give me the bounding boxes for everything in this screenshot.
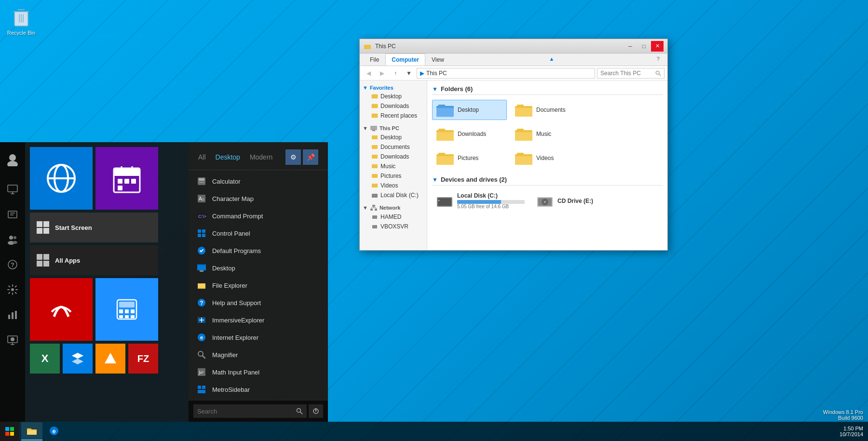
tile-start-screen[interactable]: Start Screen xyxy=(30,213,158,242)
folder-item-pictures[interactable]: Pictures xyxy=(432,148,507,168)
tile-calc-blue[interactable] xyxy=(95,278,158,341)
nav-hamed[interactable]: HAMED xyxy=(360,212,427,222)
taskbar-clock[interactable]: 1:50 PM 10/7/2014 xyxy=(840,422,863,441)
app-item-default-programs[interactable]: Default Programs xyxy=(189,242,328,259)
svg-rect-98 xyxy=(372,194,378,198)
tile-dropbox[interactable] xyxy=(63,344,93,374)
taskbar-item-explorer[interactable] xyxy=(21,422,42,441)
clock-date: 10/7/2014 xyxy=(840,431,863,437)
app-item-control-panel[interactable]: Control Panel xyxy=(189,225,328,242)
nav-pc-localdisk[interactable]: Local Disk (C:) xyxy=(360,190,427,200)
drives-arrow[interactable]: ▼ xyxy=(432,176,438,183)
app-item-character-map[interactable]: A Ω Character Map xyxy=(189,190,328,207)
settings-action[interactable]: ⚙ xyxy=(285,149,301,165)
tab-all[interactable]: All xyxy=(198,153,206,161)
folder-item-documents[interactable]: Documents xyxy=(511,100,585,120)
sidebar-user-icon[interactable] xyxy=(0,147,25,172)
nav-pc-docs[interactable]: Documents xyxy=(360,142,427,152)
recent-locations-button[interactable]: ▼ xyxy=(403,67,415,79)
math-input-icon: ∫x² xyxy=(196,366,207,378)
drive-item-c[interactable]: Local Disk (C:) 5.05 GB free of 14.6 GB xyxy=(432,190,529,211)
sidebar-files-icon[interactable] xyxy=(0,202,25,227)
svg-line-90 xyxy=(300,412,303,414)
nav-pc-desktop[interactable]: Desktop xyxy=(360,133,427,142)
svg-rect-28 xyxy=(43,221,49,227)
search-button[interactable] xyxy=(292,404,307,418)
nav-recent-places[interactable]: Recent places xyxy=(360,111,427,120)
explorer-search-input[interactable] xyxy=(600,70,653,77)
back-button[interactable]: ◀ xyxy=(363,67,374,79)
sidebar-chart-icon[interactable] xyxy=(0,302,25,327)
close-button[interactable]: ✕ xyxy=(651,41,664,52)
app-item-calculator[interactable]: Calculator xyxy=(189,173,328,190)
nav-pc-downloads[interactable]: Downloads xyxy=(360,152,427,161)
nav-downloads[interactable]: Downloads xyxy=(360,101,427,111)
sidebar-support-icon[interactable]: ? xyxy=(0,252,25,277)
app-item-immersive[interactable]: ImmersiveExplorer xyxy=(189,311,328,329)
nav-vboxsvr[interactable]: VBOXSVR xyxy=(360,222,427,231)
app-item-ie[interactable]: e Internet Explorer xyxy=(189,329,328,346)
drive-item-e[interactable]: CD Drive (E:) xyxy=(532,190,629,211)
pin-action[interactable]: 📌 xyxy=(303,149,318,165)
sidebar-settings-icon[interactable] xyxy=(0,277,25,302)
tile-all-apps[interactable]: All Apps xyxy=(30,245,158,275)
svg-rect-32 xyxy=(43,254,49,260)
up-button[interactable]: ↑ xyxy=(390,67,401,79)
app-item-metrosidebar[interactable]: MetroSidebar xyxy=(189,381,328,398)
tile-internet-explorer[interactable] xyxy=(30,147,93,210)
svg-rect-14 xyxy=(15,311,17,319)
nav-pc-music[interactable]: Music xyxy=(360,161,427,171)
tab-desktop[interactable]: Desktop xyxy=(216,153,240,161)
forward-button[interactable]: ▶ xyxy=(376,67,388,79)
nav-pc-videos[interactable]: Videos xyxy=(360,181,427,190)
folders-arrow[interactable]: ▼ xyxy=(432,86,438,93)
maximize-button[interactable]: □ xyxy=(637,41,650,52)
svg-rect-100 xyxy=(370,209,373,211)
svg-rect-12 xyxy=(8,315,10,319)
svg-rect-101 xyxy=(375,209,377,211)
tile-calendar[interactable] xyxy=(95,147,158,210)
svg-rect-102 xyxy=(372,215,377,219)
app-item-math-input[interactable]: ∫x² Math Input Panel xyxy=(189,363,328,381)
ribbon-expand[interactable]: ▲ xyxy=(545,53,558,66)
app-item-magnifier[interactable]: Magnifier xyxy=(189,346,328,363)
app-item-command-prompt[interactable]: C:\> Command Prompt xyxy=(189,207,328,225)
app-item-desktop[interactable]: Desktop xyxy=(189,259,328,277)
svg-rect-36 xyxy=(119,302,135,307)
nav-pc-pictures[interactable]: Pictures xyxy=(360,171,427,181)
recycle-bin-label: Recycle Bin xyxy=(7,30,35,36)
minimize-button[interactable]: ─ xyxy=(624,41,637,52)
folder-item-desktop[interactable]: Desktop xyxy=(432,100,507,120)
tab-modern[interactable]: Modern xyxy=(250,153,272,161)
svg-rect-122 xyxy=(517,153,524,155)
folder-item-videos[interactable]: Videos xyxy=(511,148,585,168)
ribbon-tab-view[interactable]: View xyxy=(425,53,450,66)
tile-excel[interactable]: X xyxy=(30,344,60,374)
drive-e-info: CD Drive (E:) xyxy=(557,198,625,204)
ribbon-tab-computer[interactable]: Computer xyxy=(385,53,425,66)
recycle-bin[interactable]: Recycle Bin xyxy=(7,5,35,36)
sidebar-display-icon[interactable] xyxy=(0,327,25,352)
search-input[interactable] xyxy=(193,404,292,418)
folder-item-downloads[interactable]: Downloads xyxy=(432,124,507,144)
svg-point-7 xyxy=(14,236,16,239)
window-titlebar: This PC ─ □ ✕ xyxy=(360,39,667,53)
help-icon[interactable]: ? xyxy=(653,53,664,66)
app-item-help-support[interactable]: ? Help and Support xyxy=(189,294,328,311)
taskbar-start-button[interactable] xyxy=(0,422,19,441)
window-body: ▼ Favorites Desktop Downloads Recent pla… xyxy=(360,80,667,250)
tile-vlc[interactable] xyxy=(95,344,125,374)
ribbon-tab-file[interactable]: File xyxy=(364,53,385,66)
address-path[interactable]: ▶ This PC xyxy=(417,68,595,79)
tile-acrobat[interactable] xyxy=(30,278,93,341)
sidebar-people-icon[interactable] xyxy=(0,227,25,252)
tile-filezilla[interactable]: FZ xyxy=(128,344,158,374)
svg-text:e: e xyxy=(200,334,203,340)
nav-desktop[interactable]: Desktop xyxy=(360,92,427,101)
app-item-file-explorer[interactable]: File Explorer xyxy=(189,277,328,294)
pc-downloads-icon xyxy=(371,154,378,160)
taskbar-item-ie[interactable]: e xyxy=(43,422,65,441)
folder-item-music[interactable]: Music xyxy=(511,124,585,144)
sidebar-monitor-icon[interactable] xyxy=(0,177,25,202)
power-button[interactable] xyxy=(309,404,323,418)
